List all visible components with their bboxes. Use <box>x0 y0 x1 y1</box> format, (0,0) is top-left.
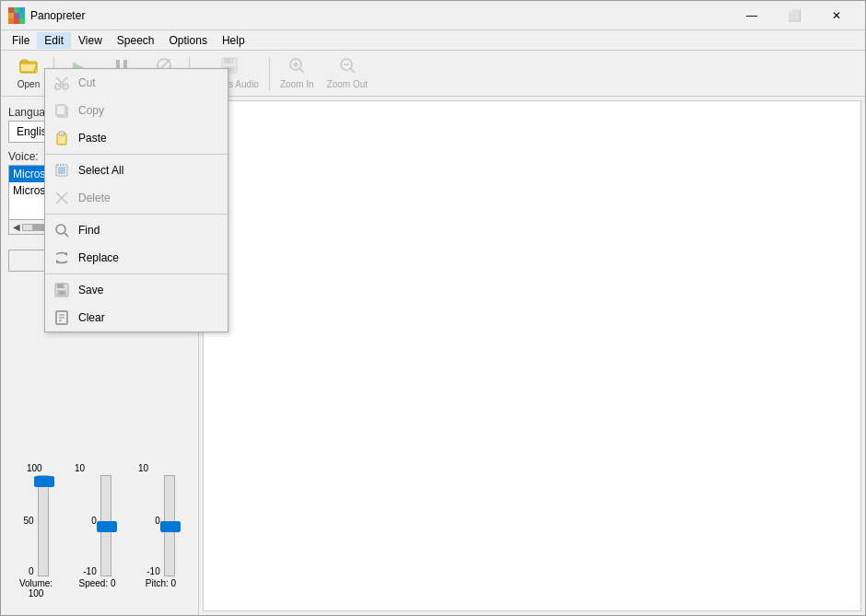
svg-rect-35 <box>59 132 64 135</box>
menu-save-item[interactable]: Save <box>45 276 228 304</box>
speed-mid: 0 <box>91 516 97 526</box>
speed-bot: -10 <box>83 566 96 576</box>
minimize-button[interactable]: — <box>731 2 773 29</box>
speed-slider-container: 10 0 -10 Speed: 0 <box>67 463 127 588</box>
find-icon <box>53 221 71 239</box>
speed-slider-track[interactable] <box>100 475 111 576</box>
svg-line-41 <box>64 233 68 237</box>
find-label: Find <box>78 224 99 237</box>
svg-rect-6 <box>8 18 14 24</box>
clear-icon <box>53 308 71 327</box>
volume-label: Volume:100 <box>19 578 53 599</box>
svg-line-20 <box>299 68 304 73</box>
pitch-slider-track[interactable] <box>164 475 175 576</box>
menu-file[interactable]: File <box>5 32 37 49</box>
cut-label: Cut <box>78 76 96 89</box>
sliders-row: 100 50 0 Volume:100 <box>8 456 191 599</box>
svg-rect-33 <box>56 105 65 115</box>
cut-icon <box>53 74 71 92</box>
svg-rect-46 <box>63 285 64 287</box>
text-editor[interactable] <box>203 100 861 611</box>
volume-value: 100 <box>29 588 44 599</box>
delete-icon <box>53 189 71 207</box>
volume-slider-container: 100 50 0 Volume:100 <box>8 463 64 599</box>
menu-edit[interactable]: Edit <box>37 32 71 49</box>
zoom-out-button[interactable]: Zoom Out <box>322 53 373 94</box>
svg-line-31 <box>62 77 67 83</box>
svg-line-29 <box>56 77 62 83</box>
copy-label: Copy <box>78 104 104 117</box>
pitch-mid: 0 <box>155 516 160 526</box>
copy-icon <box>53 101 71 120</box>
scroll-left-arrow[interactable]: ◀ <box>11 222 22 232</box>
menu-speech[interactable]: Speech <box>110 32 162 49</box>
svg-rect-3 <box>8 13 14 18</box>
zoom-in-button[interactable]: Zoom In <box>275 53 320 94</box>
edit-dropdown-menu: Cut Copy Paste <box>44 68 228 332</box>
menu-options[interactable]: Options <box>162 32 215 49</box>
volume-thumb[interactable] <box>34 476 54 487</box>
pitch-side-labels: 0 -10 <box>146 475 159 576</box>
volume-top-val: 100 <box>27 463 42 473</box>
menu-bar: File Edit View Speech Options Help <box>1 30 865 51</box>
svg-rect-7 <box>14 18 19 24</box>
volume-slider-track[interactable] <box>38 475 49 576</box>
speed-thumb[interactable] <box>97 521 117 532</box>
svg-point-48 <box>61 292 64 295</box>
svg-point-40 <box>56 225 65 234</box>
replace-icon <box>53 249 71 267</box>
zoom-in-label: Zoom In <box>280 79 314 89</box>
svg-rect-4 <box>14 13 19 18</box>
delete-label: Delete <box>78 192 111 204</box>
menu-clear-item[interactable]: Clear <box>45 304 228 331</box>
svg-rect-0 <box>8 7 14 13</box>
svg-rect-16 <box>230 59 232 63</box>
volume-side-labels: 50 0 <box>23 475 33 576</box>
svg-rect-2 <box>19 7 25 13</box>
speed-label: Speed: 0 <box>78 578 115 588</box>
menu-delete-item[interactable]: Delete <box>45 184 228 212</box>
svg-rect-37 <box>58 167 65 174</box>
svg-rect-8 <box>19 18 25 24</box>
zoom-out-icon <box>339 57 356 77</box>
pitch-slider-row: 0 -10 <box>146 475 174 576</box>
vol-50: 50 <box>23 516 33 526</box>
save-icon <box>53 281 71 299</box>
menu-copy-item[interactable]: Copy <box>45 97 228 124</box>
close-button[interactable]: ✕ <box>815 2 858 29</box>
paste-icon <box>53 129 71 147</box>
open-button[interactable]: Open <box>8 53 49 94</box>
pitch-top-val: 10 <box>138 463 148 473</box>
window-title: Panopreter <box>30 9 731 22</box>
sep3 <box>269 57 270 90</box>
menu-cut-item[interactable]: Cut <box>45 69 228 97</box>
open-icon <box>19 57 38 77</box>
select-all-icon <box>53 161 71 180</box>
menu-replace-item[interactable]: Replace <box>45 244 228 272</box>
svg-rect-1 <box>14 7 19 13</box>
title-bar: Panopreter — ⬜ ✕ <box>1 1 865 30</box>
maximize-button[interactable]: ⬜ <box>773 2 815 29</box>
menu-paste-item[interactable]: Paste <box>45 124 228 152</box>
dd-sep3 <box>45 273 228 274</box>
dd-sep2 <box>45 214 228 215</box>
speed-side-labels: 0 -10 <box>83 475 96 576</box>
svg-rect-5 <box>19 13 25 18</box>
select-all-label: Select All <box>78 164 123 177</box>
app-icon <box>8 7 25 24</box>
menu-find-item[interactable]: Find <box>45 216 228 244</box>
save-label: Save <box>78 284 103 296</box>
menu-view[interactable]: View <box>71 32 110 49</box>
pitch-label: Pitch: 0 <box>146 578 176 588</box>
svg-line-24 <box>350 68 355 73</box>
speed-slider-row: 0 -10 <box>83 475 111 576</box>
window-controls: — ⬜ ✕ <box>731 2 858 29</box>
paste-label: Paste <box>78 132 107 145</box>
pitch-slider-container: 10 0 -10 Pitch: 0 <box>131 463 191 588</box>
menu-help[interactable]: Help <box>215 32 252 49</box>
zoom-out-label: Zoom Out <box>327 79 368 89</box>
vol-0: 0 <box>29 566 34 576</box>
pitch-thumb[interactable] <box>160 521 181 532</box>
zoom-in-icon <box>288 57 305 77</box>
menu-select-all-item[interactable]: Select All <box>45 157 228 184</box>
